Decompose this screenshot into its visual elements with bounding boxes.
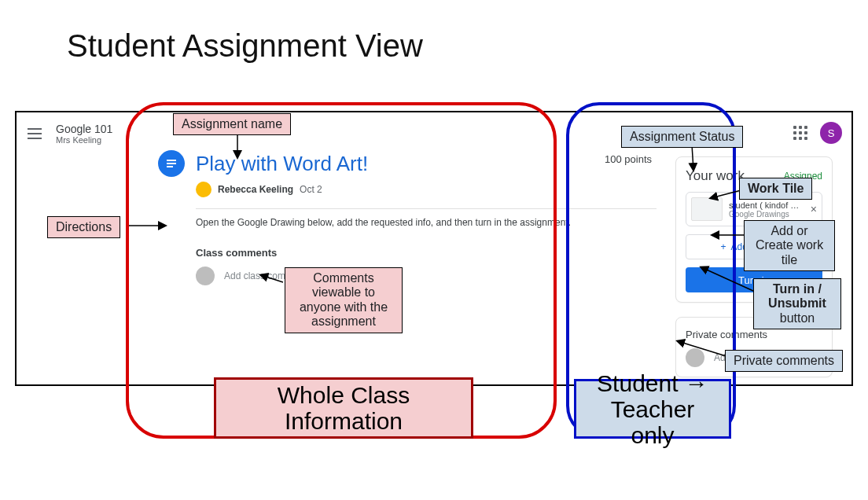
svg-rect-2 (167, 166, 173, 167)
private-comments-card: Private comments Add private comment... (675, 317, 833, 377)
assignment-status: Assigned (784, 171, 822, 182)
apps-grid-icon[interactable] (793, 126, 807, 140)
assignment-directions: Open the Google Drawing below, add the r… (196, 217, 657, 228)
work-tile-subtitle: Google Drawings (729, 210, 800, 219)
svg-rect-0 (167, 160, 176, 161)
your-work-sidebar: Your work Assigned student ( kindof ) ..… (675, 156, 833, 384)
add-or-create-button[interactable]: + Add or create (686, 234, 822, 259)
assignment-main: Play with Word Art! 100 points Rebecca K… (158, 150, 675, 384)
work-tile-thumb (691, 197, 723, 221)
class-comment-placeholder: Add class comment... (224, 270, 314, 281)
work-tile-title: student ( kindof ) ... (729, 200, 800, 210)
posted-by: Rebecca Keeling Oct 2 (196, 182, 657, 197)
screenshot-frame: Google 101 Mrs Keeling S Play with Word … (15, 111, 853, 386)
author-name: Rebecca Keeling (218, 184, 293, 195)
avatar[interactable]: S (820, 122, 842, 144)
post-date: Oct 2 (300, 184, 322, 195)
assignment-title: Play with Word Art! (196, 152, 368, 176)
turn-in-button[interactable]: Turn in (686, 267, 822, 292)
author-avatar (196, 182, 211, 197)
class-teacher: Mrs Keeling (56, 135, 112, 145)
comment-avatar (196, 267, 215, 285)
your-work-card: Your work Assigned student ( kindof ) ..… (675, 156, 833, 303)
slide-title: Student Assignment View (67, 28, 423, 64)
region-label-student-teacher: Student → Teacher only (574, 379, 731, 439)
divider (196, 208, 657, 209)
comment-avatar (686, 348, 704, 367)
class-comments-header: Class comments (196, 247, 657, 259)
class-name: Google 101 (56, 123, 112, 135)
your-work-title: Your work (686, 168, 745, 184)
private-comment-input[interactable]: Add private comment... (686, 348, 822, 367)
class-comment-input[interactable]: Add class comment... (196, 267, 657, 285)
private-comment-placeholder: Add private comment... (714, 352, 811, 363)
svg-rect-1 (167, 163, 176, 164)
private-comments-title: Private comments (686, 329, 822, 340)
classroom-header: Google 101 Mrs Keeling S (17, 112, 851, 150)
work-tile[interactable]: student ( kindof ) ... Google Drawings × (686, 192, 822, 226)
hamburger-icon[interactable] (28, 128, 42, 139)
add-button-label: Add or create (730, 241, 787, 252)
assignment-icon (158, 150, 185, 177)
assignment-points: 100 points (605, 153, 652, 165)
class-header[interactable]: Google 101 Mrs Keeling (56, 123, 112, 145)
close-icon[interactable]: × (811, 203, 817, 215)
plus-icon: + (720, 241, 726, 252)
region-label-whole-class: Whole Class Information (214, 377, 473, 439)
